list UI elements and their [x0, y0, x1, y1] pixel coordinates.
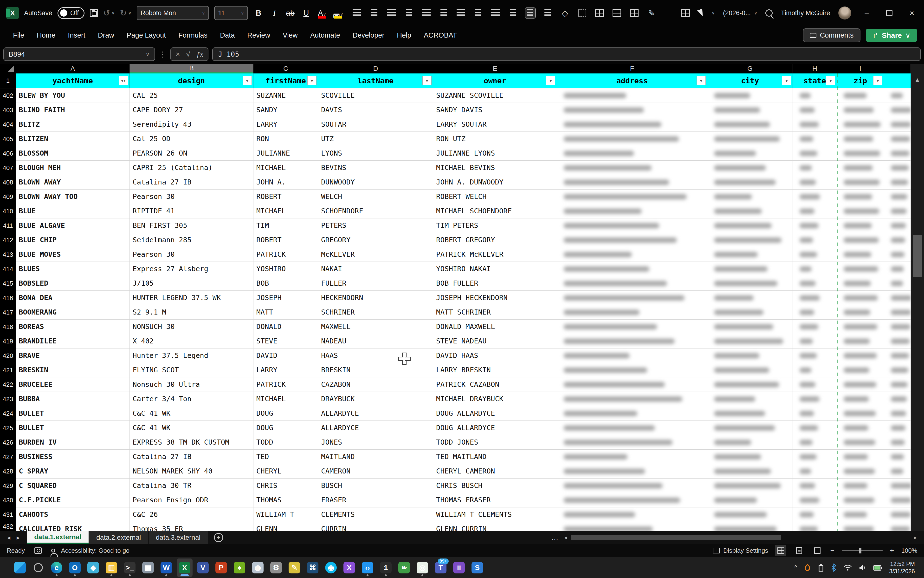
cell-blurred-extra[interactable] — [884, 349, 911, 363]
cell-blurred-zip[interactable] — [837, 450, 884, 464]
cell-blurred-city[interactable] — [707, 392, 793, 406]
cell[interactable]: CALCULATED RISK — [16, 522, 130, 531]
cell-blurred-address[interactable] — [557, 161, 707, 175]
cell-blurred-city[interactable] — [707, 175, 793, 190]
formula-input[interactable]: J 105 — [212, 47, 921, 61]
speaker-icon[interactable] — [859, 564, 866, 571]
cell-blurred-extra[interactable] — [884, 406, 911, 421]
cell[interactable]: TODD — [254, 435, 318, 450]
header-cell-design[interactable]: design▼ — [130, 73, 254, 88]
row-number-411[interactable]: 411 — [0, 218, 16, 233]
cell-blurred-address[interactable] — [557, 175, 707, 190]
row-number-424[interactable]: 424 — [0, 406, 16, 421]
cell-blurred-city[interactable] — [707, 320, 793, 334]
increase-indent-icon[interactable] — [386, 8, 397, 19]
horizontal-scrollbar-thumb[interactable] — [571, 535, 781, 540]
cell-blurred-city[interactable] — [707, 190, 793, 204]
cell-blurred-city[interactable] — [707, 262, 793, 276]
insert-picture-icon[interactable] — [594, 8, 605, 19]
cell[interactable]: BUSCH — [318, 479, 433, 493]
cell-blurred-address[interactable] — [557, 132, 707, 146]
cell[interactable]: BUSINESS — [16, 450, 130, 464]
cell-blurred-city[interactable] — [707, 450, 793, 464]
cell-blurred-zip[interactable] — [837, 103, 884, 117]
taskbar-docker-icon[interactable]: ◉ — [323, 559, 339, 577]
cell-blurred-zip[interactable] — [837, 377, 884, 392]
cell-blurred-state[interactable] — [793, 132, 837, 146]
cell-blurred-zip[interactable] — [837, 305, 884, 320]
cell-blurred-extra[interactable] — [884, 450, 911, 464]
align-right-icon[interactable] — [490, 8, 501, 19]
cell-blurred-city[interactable] — [707, 507, 793, 522]
cell[interactable]: JONES — [318, 435, 433, 450]
cell[interactable]: DOUG ALLARDYCE — [433, 421, 557, 435]
cell[interactable]: PETERS — [318, 218, 433, 233]
zoom-out-button[interactable]: − — [830, 546, 835, 555]
cell[interactable]: BRUCELEE — [16, 377, 130, 392]
cell[interactable]: JOHN A. — [254, 175, 318, 190]
cell-blurred-state[interactable] — [793, 175, 837, 190]
cell[interactable]: SUZANNE SCOVILLE — [433, 88, 557, 103]
autosave-toggle[interactable]: Off — [58, 7, 84, 19]
cell-blurred-zip[interactable] — [837, 88, 884, 103]
cell-blurred-state[interactable] — [793, 247, 837, 262]
cell-blurred-city[interactable] — [707, 377, 793, 392]
accessibility-status[interactable]: Accessibility: Good to go — [51, 547, 129, 554]
column-letter-C[interactable]: C — [254, 64, 318, 73]
row-number-407[interactable]: 407 — [0, 161, 16, 175]
cell[interactable]: CHRIS — [254, 479, 318, 493]
borders-icon[interactable]: ◇ — [559, 8, 570, 19]
cell-blurred-address[interactable] — [557, 479, 707, 493]
cell[interactable]: NADEAU — [318, 334, 433, 349]
restore-button[interactable] — [882, 10, 896, 16]
cell-blurred-address[interactable] — [557, 363, 707, 377]
cell[interactable]: C&C 41 WK — [130, 406, 254, 421]
column-letter-F[interactable]: F — [557, 64, 707, 73]
underline-button[interactable]: U — [301, 9, 311, 18]
taskbar-file-explorer-icon[interactable]: ▥ — [104, 559, 120, 577]
fill-color-button[interactable]: ◛∨ — [333, 8, 343, 18]
cell[interactable]: DAVID HAAS — [433, 349, 557, 363]
cell[interactable]: CAL 25 — [130, 88, 254, 103]
cell[interactable]: SCHRINER — [318, 305, 433, 320]
cell-blurred-extra[interactable] — [884, 464, 911, 479]
cell[interactable]: SANDY — [254, 103, 318, 117]
cell-blurred-state[interactable] — [793, 88, 837, 103]
filter-button-owner[interactable]: ▼ — [546, 76, 555, 85]
cell[interactable]: BRAVE — [16, 349, 130, 363]
tray-expand-icon[interactable]: ^ — [794, 564, 797, 571]
cell-blurred-zip[interactable] — [837, 522, 884, 531]
cell-blurred-city[interactable] — [707, 435, 793, 450]
column-letter-G[interactable]: G — [707, 64, 793, 73]
cell[interactable]: Catalina 27 IB — [130, 450, 254, 464]
cell[interactable]: Catalina 27 IB — [130, 175, 254, 190]
column-letter-E[interactable]: E — [433, 64, 557, 73]
cell[interactable]: JOSEPH — [254, 291, 318, 305]
row-number-413[interactable]: 413 — [0, 247, 16, 262]
header-cell-partial[interactable] — [884, 73, 911, 88]
taskbar-powerpoint-icon[interactable]: P — [213, 559, 229, 577]
cell[interactable]: LARRY SOUTAR — [433, 117, 557, 132]
cell[interactable]: CHERYL — [254, 464, 318, 479]
cell-blurred-address[interactable] — [557, 464, 707, 479]
cell-blurred-state[interactable] — [793, 146, 837, 161]
cell-blurred-address[interactable] — [557, 262, 707, 276]
cell[interactable]: BLUE CHIP — [16, 233, 130, 247]
cell-blurred-address[interactable] — [557, 507, 707, 522]
cell[interactable]: BLOSSOM — [16, 146, 130, 161]
cell[interactable]: MICHAEL — [254, 204, 318, 218]
page-break-view-button[interactable] — [812, 545, 823, 556]
row-number-423[interactable]: 423 — [0, 392, 16, 406]
cell-blurred-state[interactable] — [793, 190, 837, 204]
cell[interactable]: CAHOOTS — [16, 507, 130, 522]
menu-acrobat[interactable]: ACROBAT — [417, 26, 463, 45]
cell[interactable]: TIM PETERS — [433, 218, 557, 233]
cell[interactable]: McKEEVER — [318, 247, 433, 262]
cell-blurred-extra[interactable] — [884, 392, 911, 406]
cell-blurred-address[interactable] — [557, 435, 707, 450]
taskbar-teams-icon[interactable]: T99+ — [433, 559, 449, 577]
menu-developer[interactable]: Developer — [346, 26, 391, 45]
row-number-402[interactable]: 402 — [0, 88, 16, 103]
cell[interactable]: CAPRI 25 (Catalina) — [130, 161, 254, 175]
cell-blurred-state[interactable] — [793, 218, 837, 233]
